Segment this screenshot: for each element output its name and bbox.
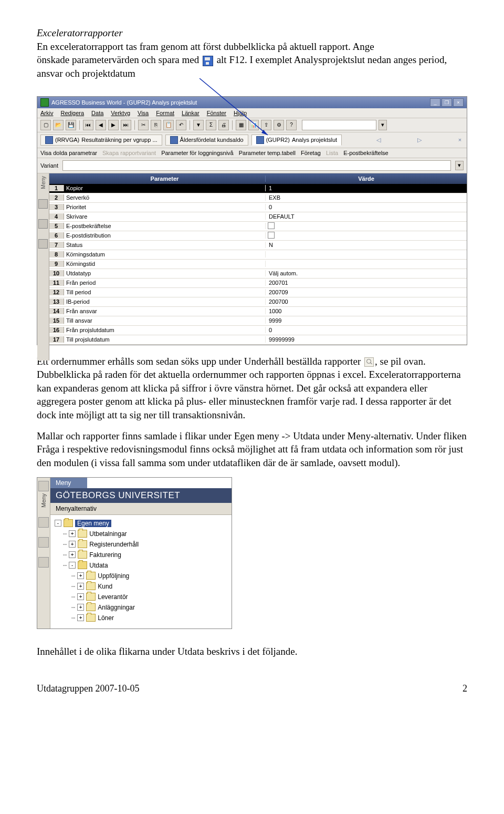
sidebar-icon[interactable] <box>38 481 49 491</box>
value-input[interactable] <box>268 241 469 249</box>
tab-nav-right-icon[interactable]: ▷ <box>416 136 423 143</box>
grid-row[interactable]: 5E-postbekräftelse <box>49 222 467 231</box>
row-value[interactable] <box>266 251 467 258</box>
menu-tab[interactable]: Meny <box>50 478 87 488</box>
tree-item[interactable]: ⋯+Löner <box>55 613 227 623</box>
row-value[interactable] <box>266 326 467 334</box>
expand-box[interactable]: + <box>69 551 76 558</box>
value-input[interactable] <box>268 260 469 267</box>
expand-box[interactable]: + <box>77 604 84 611</box>
checkbox[interactable] <box>268 232 275 239</box>
sidebar-icon[interactable] <box>38 517 49 528</box>
expand-box[interactable]: - <box>55 520 61 527</box>
grid-row[interactable]: 7Status <box>49 241 467 250</box>
tab-close-icon[interactable]: × <box>456 136 464 143</box>
grid-row[interactable]: 14Från ansvar <box>49 307 467 316</box>
grid-row[interactable]: 6E-postdistribution <box>49 231 467 241</box>
grid-row[interactable]: 13IB-period <box>49 297 467 307</box>
sidebar-search-icon[interactable] <box>38 557 49 568</box>
menu-data[interactable]: Data <box>91 110 103 116</box>
row-value[interactable] <box>266 184 467 192</box>
grid-row[interactable]: 10Utdatatyp <box>49 269 467 279</box>
row-value[interactable] <box>266 298 467 305</box>
tree-item[interactable]: ⋯+Fakturering <box>55 550 227 560</box>
menu-redigera[interactable]: Redigera <box>60 110 84 116</box>
tree-item[interactable]: ⋯+Uppföljning <box>55 571 227 581</box>
expand-box[interactable]: + <box>77 614 84 621</box>
value-input[interactable] <box>268 336 469 343</box>
menu-verktyg[interactable]: Verktyg <box>111 110 130 116</box>
toolbar-copy-icon[interactable]: ⎘ <box>151 120 161 130</box>
expand-box[interactable]: + <box>69 530 76 537</box>
toolbar-help-icon[interactable]: ? <box>286 120 297 130</box>
subtool-loggning[interactable]: Parameter för loggningsnivå <box>161 150 234 156</box>
tab-resultatrakning[interactable]: (RRVGA) Resultaträkning per vgrupp ... <box>40 135 162 146</box>
toolbar-save-icon[interactable]: 💾 <box>66 120 76 130</box>
grid-row[interactable]: 4Skrivare <box>49 212 467 222</box>
value-input[interactable] <box>268 317 469 324</box>
row-value[interactable] <box>266 241 467 249</box>
expand-box[interactable]: + <box>77 593 84 600</box>
variant-input[interactable] <box>62 160 451 171</box>
sidebar-icon[interactable] <box>38 537 49 548</box>
grid-row[interactable]: 15Till ansvar <box>49 316 467 326</box>
expand-box[interactable]: + <box>77 583 84 590</box>
value-input[interactable] <box>268 251 469 258</box>
value-input[interactable] <box>268 288 469 296</box>
row-value[interactable] <box>266 260 467 267</box>
toolbar-open-icon[interactable]: 📂 <box>53 120 64 130</box>
toolbar-last-icon[interactable]: ⏭ <box>121 120 131 130</box>
tree-item[interactable]: -Egen meny <box>55 518 227 529</box>
toolbar-first-icon[interactable]: ⏮ <box>83 120 93 130</box>
expand-box[interactable]: + <box>77 572 84 579</box>
row-value[interactable] <box>266 194 467 201</box>
value-input[interactable] <box>268 203 469 211</box>
close-button[interactable]: × <box>453 98 464 107</box>
minimize-button[interactable]: _ <box>430 98 440 107</box>
toolbar-prev-icon[interactable]: ◀ <box>96 120 106 130</box>
sidebar-search-icon[interactable] <box>38 239 48 249</box>
row-value[interactable] <box>266 232 467 240</box>
value-input[interactable] <box>268 213 469 220</box>
tree-item[interactable]: ⋯+Kund <box>55 581 227 592</box>
value-input[interactable] <box>268 307 469 315</box>
row-value[interactable] <box>266 288 467 296</box>
menu-arkiv[interactable]: Arkiv <box>40 110 53 116</box>
toolbar-new-icon[interactable]: ▢ <box>40 120 51 130</box>
tree-item[interactable]: ⋯+Registerunderhåll <box>55 539 227 550</box>
row-value[interactable] <box>266 279 467 286</box>
grid-row[interactable]: 11Från period <box>49 279 467 288</box>
tree-item[interactable]: ⋯-Utdata <box>55 560 227 571</box>
toolbar-cut-icon[interactable]: ✂ <box>138 120 149 130</box>
row-value[interactable] <box>266 317 467 324</box>
toolbar-paste-icon[interactable]: 📋 <box>163 120 174 130</box>
tree-item[interactable]: ⋯+Anläggningar <box>55 602 227 613</box>
value-input[interactable] <box>268 326 469 334</box>
tree-item[interactable]: ⋯+Utbetalningar <box>55 529 227 539</box>
toolbar-dropdown-button[interactable]: ▾ <box>379 120 387 130</box>
row-value[interactable] <box>266 307 467 315</box>
grid-row[interactable]: 16Från projslutdatum <box>49 326 467 335</box>
grid-row[interactable]: 17Till projslutdatum <box>49 335 467 345</box>
expand-box[interactable]: - <box>69 562 76 569</box>
value-input[interactable] <box>268 298 469 305</box>
toolbar-dropdown[interactable] <box>302 120 376 130</box>
checkbox[interactable] <box>268 222 275 229</box>
value-input[interactable] <box>268 184 469 192</box>
toolbar-undo-icon[interactable]: ↶ <box>176 120 186 130</box>
grid-row[interactable]: 8Körningsdatum <box>49 250 467 260</box>
row-value[interactable] <box>266 336 467 343</box>
grid-row[interactable]: 12Till period <box>49 288 467 297</box>
tab-nav-left-icon[interactable]: ◁ <box>375 136 382 143</box>
row-value[interactable] <box>266 203 467 211</box>
value-input[interactable] <box>268 270 469 277</box>
maximize-button[interactable]: ❐ <box>442 98 452 107</box>
tree-item[interactable]: ⋯+Leverantör <box>55 592 227 602</box>
row-value[interactable] <box>266 213 467 220</box>
variant-dropdown-button[interactable]: ▾ <box>455 161 464 170</box>
grid-row[interactable]: 1Kopior <box>49 184 467 193</box>
value-input[interactable] <box>268 194 469 201</box>
grid-row[interactable]: 3Prioritet <box>49 203 467 212</box>
subtool-epost[interactable]: E-postbekräftelse <box>343 150 388 156</box>
menu-format[interactable]: Format <box>156 110 174 116</box>
